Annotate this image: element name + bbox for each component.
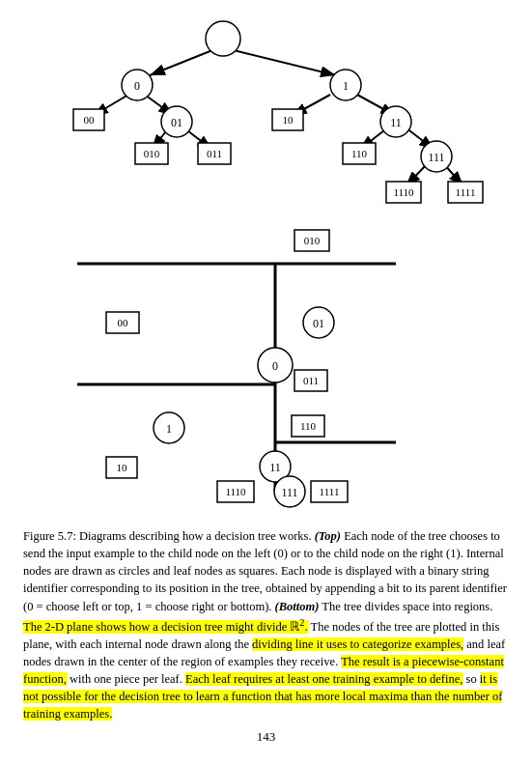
svg-text:01: 01 (171, 116, 182, 129)
svg-text:111: 111 (281, 486, 297, 499)
page: 0 1 00 01 10 11 010 (0, 0, 532, 754)
highlight-1: The 2-D plane shows how a decision tree … (23, 620, 308, 634)
highlight-4: Each leaf requires at least one training… (185, 672, 462, 686)
svg-text:00: 00 (84, 114, 96, 126)
caption-piece-text: with one piece per leaf. (70, 672, 185, 686)
caption-top-label: (Top) (315, 529, 341, 543)
bottom-space-svg: 010 00 01 0 011 1 110 11 10 (19, 220, 513, 520)
svg-line-2 (234, 50, 336, 75)
svg-text:0: 0 (134, 79, 140, 93)
svg-text:1111: 1111 (320, 486, 340, 497)
svg-text:1: 1 (166, 422, 172, 436)
svg-text:11: 11 (269, 461, 281, 474)
svg-text:011: 011 (303, 375, 319, 386)
page-number: 143 (19, 729, 513, 745)
svg-text:10: 10 (283, 114, 294, 126)
svg-text:1: 1 (343, 79, 349, 93)
svg-text:011: 011 (207, 148, 222, 159)
svg-text:010: 010 (144, 148, 160, 159)
svg-text:10: 10 (117, 462, 128, 473)
caption-bottom-intro: The tree divides space into regions. (322, 600, 492, 613)
svg-text:11: 11 (390, 116, 402, 129)
svg-text:1111: 1111 (456, 186, 476, 198)
svg-text:00: 00 (118, 317, 129, 328)
caption-so-text: so (466, 672, 480, 686)
svg-text:010: 010 (304, 235, 321, 246)
caption-bottom-label: (Bottom) (275, 600, 320, 613)
svg-text:1110: 1110 (393, 186, 414, 198)
highlight-2: dividing line it uses to categorize exam… (252, 637, 463, 651)
caption-main-text: Diagrams describing how a decision tree … (79, 529, 315, 543)
svg-text:111: 111 (428, 151, 444, 164)
svg-text:01: 01 (313, 317, 324, 330)
svg-text:110: 110 (351, 148, 368, 159)
diagram-container: 0 1 00 01 10 11 010 (19, 10, 513, 520)
svg-text:110: 110 (300, 420, 317, 432)
top-tree-svg: 0 1 00 01 10 11 010 (19, 10, 513, 212)
caption-figure-number: Figure 5.7: (23, 529, 76, 543)
svg-text:1110: 1110 (225, 486, 246, 497)
svg-point-13 (206, 21, 240, 56)
svg-line-1 (150, 50, 212, 75)
svg-text:0: 0 (272, 359, 278, 373)
figure-caption: Figure 5.7: Diagrams describing how a de… (19, 527, 513, 723)
